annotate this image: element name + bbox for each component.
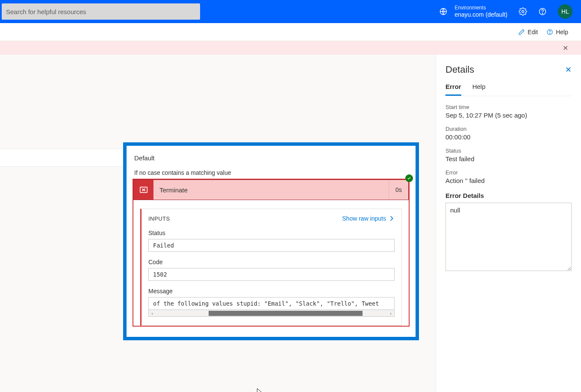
- inputs-panel: INPUTS Show raw inputs Status Failed Cod…: [140, 209, 402, 326]
- top-bar: Environments enayu.com (default) HL: [0, 0, 581, 23]
- svg-point-5: [550, 33, 550, 33]
- help-icon[interactable]: [538, 7, 547, 16]
- top-right-cluster: Environments enayu.com (default) HL: [439, 4, 572, 19]
- start-time-label: Start time: [445, 104, 572, 110]
- environment-text: Environments enayu.com (default): [454, 5, 507, 18]
- details-pane: Details ✕ Error Help Start time Sep 5, 1…: [436, 55, 581, 392]
- search-container: [2, 3, 200, 20]
- flow-canvas[interactable]: Default If no case contains a matching v…: [0, 55, 436, 392]
- start-time-value: Sep 5, 10:27 PM (5 sec ago): [445, 112, 572, 119]
- switch-default-case: Default If no case contains a matching v…: [123, 142, 419, 340]
- pencil-icon: [518, 29, 525, 35]
- details-title: Details: [445, 64, 474, 75]
- error-value: Action '' failed: [445, 177, 572, 184]
- terminate-title: Terminate: [153, 180, 389, 200]
- show-raw-inputs-link[interactable]: Show raw inputs: [342, 215, 395, 222]
- details-tabs: Error Help: [445, 83, 572, 96]
- message-field-label: Message: [148, 288, 395, 295]
- run-status-value: Test failed: [445, 155, 572, 162]
- duration-value: 00:00:00: [445, 133, 572, 141]
- inputs-label: INPUTS: [148, 215, 170, 222]
- search-input[interactable]: [6, 8, 196, 15]
- case-subtitle: If no case contains a matching value: [134, 169, 408, 176]
- close-details-icon[interactable]: ✕: [565, 65, 572, 74]
- code-field-label: Code: [148, 259, 395, 265]
- globe-icon: [439, 7, 448, 16]
- scroll-right-icon[interactable]: ›: [387, 311, 394, 316]
- command-bar: Edit Help: [0, 23, 581, 41]
- mouse-cursor-icon: [257, 388, 263, 392]
- help-button[interactable]: Help: [546, 29, 568, 35]
- terminate-icon: [134, 180, 153, 200]
- svg-point-3: [542, 13, 543, 14]
- success-badge-icon: [405, 174, 413, 182]
- code-field-value[interactable]: 1502: [148, 268, 395, 281]
- terminate-duration: 0s: [389, 180, 408, 200]
- message-scrollbar[interactable]: ‹ ›: [148, 310, 395, 317]
- case-title: Default: [134, 154, 408, 162]
- tab-error[interactable]: Error: [445, 83, 461, 96]
- error-label: Error: [445, 169, 572, 176]
- tab-help[interactable]: Help: [472, 83, 486, 96]
- chevron-right-icon: [389, 215, 395, 221]
- edit-button[interactable]: Edit: [518, 29, 538, 35]
- error-details-label: Error Details: [445, 192, 572, 199]
- terminate-header[interactable]: Terminate 0s: [133, 180, 409, 200]
- status-field-label: Status: [148, 230, 395, 236]
- help-circle-icon: [546, 29, 553, 35]
- run-status-label: Status: [445, 147, 572, 154]
- error-details-box[interactable]: null: [445, 203, 572, 271]
- terminate-action[interactable]: Terminate 0s INPUTS Show raw inputs: [133, 179, 410, 327]
- status-field-value[interactable]: Failed: [148, 239, 395, 252]
- help-label: Help: [556, 29, 568, 35]
- environment-picker[interactable]: Environments enayu.com (default): [439, 5, 507, 18]
- settings-icon[interactable]: [519, 7, 527, 16]
- scrollbar-thumb[interactable]: [209, 311, 363, 316]
- avatar[interactable]: HL: [558, 4, 572, 19]
- main-area: Default If no case contains a matching v…: [0, 55, 581, 392]
- scroll-left-icon[interactable]: ‹: [149, 311, 156, 316]
- message-field-value[interactable]: of the following values stupid: "Email",…: [148, 297, 395, 310]
- environment-value: enayu.com (default): [454, 11, 507, 18]
- environment-label: Environments: [454, 5, 507, 11]
- svg-point-1: [522, 11, 524, 13]
- duration-label: Duration: [445, 126, 572, 132]
- error-ribbon: ✕: [0, 41, 581, 55]
- raw-inputs-text: Show raw inputs: [342, 215, 386, 222]
- close-ribbon-icon[interactable]: ✕: [563, 44, 568, 52]
- edit-label: Edit: [528, 29, 538, 35]
